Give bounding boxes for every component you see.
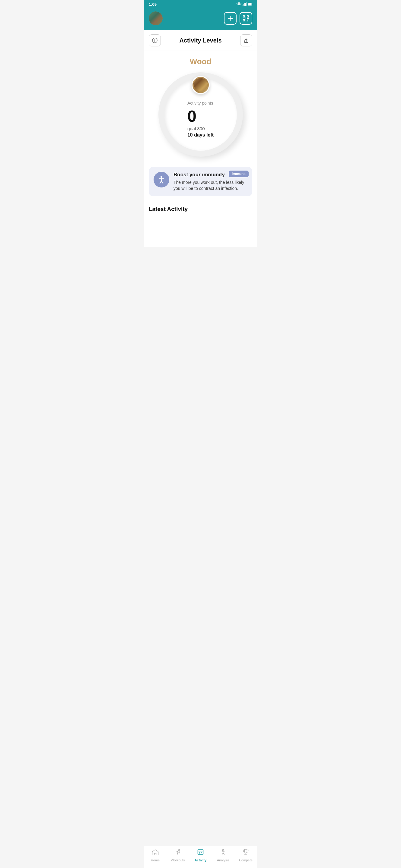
svg-rect-7 xyxy=(248,3,251,5)
immune-badge: immune xyxy=(229,170,249,177)
plus-icon xyxy=(228,16,233,21)
svg-line-25 xyxy=(162,181,163,183)
header-actions xyxy=(224,12,252,25)
svg-rect-14 xyxy=(247,18,249,19)
scan-button[interactable] xyxy=(239,12,252,25)
app-header xyxy=(144,8,257,30)
svg-rect-1 xyxy=(244,4,244,6)
activity-circle: Activity points 0 goal 800 10 days left xyxy=(159,72,243,157)
svg-rect-12 xyxy=(243,20,245,21)
level-section: Wood Activity points 0 goal 800 10 days … xyxy=(144,51,257,160)
wifi-icon xyxy=(236,2,241,6)
svg-rect-0 xyxy=(242,5,243,6)
days-left: 10 days left xyxy=(188,132,213,138)
info-icon xyxy=(152,38,157,43)
status-icons xyxy=(236,2,252,6)
svg-point-18 xyxy=(154,39,155,40)
svg-line-24 xyxy=(160,181,162,183)
status-bar: 1:09 xyxy=(144,0,257,8)
activity-points-value: 0 xyxy=(188,108,213,124)
accessibility-icon xyxy=(153,172,169,187)
share-icon xyxy=(244,38,249,43)
card-description: The more you work out, the less likely y… xyxy=(173,180,248,191)
info-button[interactable] xyxy=(149,34,161,46)
activity-points-label: Activity points xyxy=(188,101,213,105)
share-button[interactable] xyxy=(240,34,252,46)
svg-rect-19 xyxy=(154,40,155,42)
svg-rect-15 xyxy=(247,20,249,20)
latest-activity-title: Latest Activity xyxy=(149,206,252,213)
latest-activity-section: Latest Activity xyxy=(144,201,257,237)
svg-rect-16 xyxy=(247,21,248,22)
add-button[interactable] xyxy=(224,12,236,25)
main-content: Activity Levels Wood Activity points xyxy=(144,30,257,247)
svg-rect-4 xyxy=(246,2,247,6)
scan-icon xyxy=(243,16,249,22)
info-card: immune Boost your immunity The more you … xyxy=(149,167,252,196)
goal-text: goal 800 xyxy=(188,126,213,131)
svg-rect-3 xyxy=(245,3,246,6)
battery-icon xyxy=(248,2,252,6)
svg-rect-10 xyxy=(243,16,245,17)
svg-rect-11 xyxy=(247,16,249,17)
svg-rect-2 xyxy=(245,3,245,6)
activity-stats: Activity points 0 goal 800 10 days left xyxy=(188,101,213,138)
level-name: Wood xyxy=(190,57,211,66)
page-header: Activity Levels xyxy=(144,30,257,51)
svg-rect-6 xyxy=(252,4,253,5)
status-time: 1:09 xyxy=(149,2,156,7)
svg-rect-13 xyxy=(246,17,246,20)
circle-inner: Activity points 0 goal 800 10 days left xyxy=(165,79,237,151)
level-badge xyxy=(192,76,210,94)
avatar[interactable] xyxy=(149,11,163,25)
page-title: Activity Levels xyxy=(179,37,222,44)
signal-icon xyxy=(242,2,247,6)
